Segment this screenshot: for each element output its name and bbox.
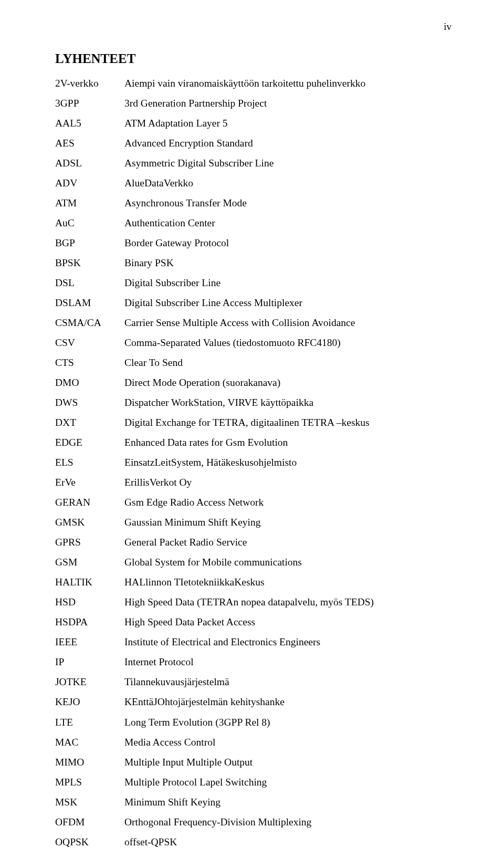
abbr-definition: Asymmetric Digital Subscriber Line (124, 153, 456, 173)
abbr-definition: Dispatcher WorkStation, VIRVE käyttöpaik… (124, 393, 456, 413)
abbr-definition: Digital Subscriber Line Access Multiplex… (124, 293, 456, 313)
abbr-definition: Long Term Evolution (3GPP Rel 8) (124, 712, 456, 732)
abbr-definition: Enhanced Data rates for Gsm Evolution (124, 433, 456, 453)
abbr-row: GPRSGeneral Packet Radio Service (55, 532, 456, 552)
abbr-row: MPLSMultiple Protocol Lapel Switching (55, 772, 456, 792)
abbr-row: JOTKETilannekuvausjärjestelmä (55, 672, 456, 692)
abbr-term: AAL5 (55, 113, 124, 133)
abbr-term: AuC (55, 213, 124, 233)
abbr-term: GPRS (55, 532, 124, 552)
abbr-row: BPSKBinary PSK (55, 253, 456, 273)
abbr-definition: Gsm Edge Radio Access Network (124, 492, 456, 512)
abbr-definition: HALlinnon TIetotekniikkaKeskus (124, 572, 456, 592)
abbr-definition: Tilannekuvausjärjestelmä (124, 672, 456, 692)
abbr-definition: Digital Exchange for TETRA, digitaalinen… (124, 413, 456, 433)
abbr-row: MACMedia Access Control (55, 732, 456, 752)
abbr-term: ADSL (55, 153, 124, 173)
abbr-term: HSD (55, 592, 124, 612)
abbr-row: DSLDigital Subscriber Line (55, 273, 456, 293)
abbr-term: MPLS (55, 772, 124, 792)
document-page: iv LYHENTEET 2V-verkkoAiempi vain virano… (0, 0, 504, 849)
abbr-row: CSMA/CACarrier Sense Multiple Access wit… (55, 313, 456, 333)
abbr-row: BGPBorder Gateway Protocol (55, 233, 456, 253)
abbr-term: IP (55, 652, 124, 672)
abbr-term: GERAN (55, 492, 124, 512)
abbr-term: GSM (55, 552, 124, 572)
abbr-row: AuCAuthentication Center (55, 213, 456, 233)
abbr-definition: Direct Mode Operation (suorakanava) (124, 373, 456, 393)
abbr-term: DSLAM (55, 293, 124, 313)
abbr-definition: Digital Subscriber Line (124, 273, 456, 293)
abbr-term: BGP (55, 233, 124, 253)
abbr-row: ADSLAsymmetric Digital Subscriber Line (55, 153, 456, 173)
abbr-definition: ErillisVerkot Oy (124, 473, 456, 492)
abbr-term: IEEE (55, 632, 124, 652)
abbr-row: LTELong Term Evolution (3GPP Rel 8) (55, 712, 456, 732)
abbr-definition: Comma-Separated Values (tiedostomuoto RF… (124, 333, 456, 353)
abbr-row: CSVComma-Separated Values (tiedostomuoto… (55, 333, 456, 353)
page-title: LYHENTEET (55, 51, 456, 66)
abbr-term: MIMO (55, 752, 124, 772)
abbr-definition: Authentication Center (124, 213, 456, 233)
abbr-definition: Binary PSK (124, 253, 456, 273)
abbr-row: 3GPP3rd Generation Partnership Project (55, 93, 456, 113)
abbr-term: CTS (55, 353, 124, 373)
abbr-definition: Global System for Mobile communications (124, 552, 456, 572)
abbr-definition: Orthogonal Frequency-Division Multiplexi… (124, 812, 456, 832)
abbr-definition: AlueDataVerkko (124, 173, 456, 193)
abbr-term: AES (55, 133, 124, 153)
abbr-term: 3GPP (55, 93, 124, 113)
abbr-term: DMO (55, 373, 124, 393)
abbr-term: OQPSK (55, 832, 124, 849)
abbr-row: EDGEEnhanced Data rates for Gsm Evolutio… (55, 433, 456, 453)
abbr-definition: High Speed Data (TETRAn nopea datapalvel… (124, 592, 456, 612)
abbr-row: HSDHigh Speed Data (TETRAn nopea datapal… (55, 592, 456, 612)
abbr-row: CTSClear To Send (55, 353, 456, 373)
abbr-definition: Minimum Shift Keying (124, 792, 456, 812)
abbr-definition: Carrier Sense Multiple Access with Colli… (124, 313, 456, 333)
abbr-term: ELS (55, 453, 124, 473)
abbr-row: IEEEInstitute of Electrical and Electron… (55, 632, 456, 652)
abbr-term: DXT (55, 413, 124, 433)
abbr-row: MIMOMultiple Input Multiple Output (55, 752, 456, 772)
abbr-row: AAL5ATM Adaptation Layer 5 (55, 113, 456, 133)
abbr-term: ErVe (55, 473, 124, 492)
abbr-definition: Media Access Control (124, 732, 456, 752)
abbr-definition: Multiple Input Multiple Output (124, 752, 456, 772)
abbr-row: DMODirect Mode Operation (suorakanava) (55, 373, 456, 393)
abbr-term: DWS (55, 393, 124, 413)
abbr-term: GMSK (55, 512, 124, 532)
abbr-row: OQPSKoffset-QPSK (55, 832, 456, 849)
abbr-definition: High Speed Data Packet Access (124, 612, 456, 632)
page-number: iv (55, 21, 456, 33)
abbr-row: MSKMinimum Shift Keying (55, 792, 456, 812)
abbr-row: OFDMOrthogonal Frequency-Division Multip… (55, 812, 456, 832)
abbr-term: CSMA/CA (55, 313, 124, 333)
abbr-definition: EinsatzLeitSystem, Hätäkeskusohjelmisto (124, 453, 456, 473)
abbr-definition: Advanced Encryption Standard (124, 133, 456, 153)
abbr-row: HSDPAHigh Speed Data Packet Access (55, 612, 456, 632)
abbr-term: HALTIK (55, 572, 124, 592)
abbr-term: CSV (55, 333, 124, 353)
abbr-term: LTE (55, 712, 124, 732)
abbr-term: ADV (55, 173, 124, 193)
abbr-term: HSDPA (55, 612, 124, 632)
abbr-row: IPInternet Protocol (55, 652, 456, 672)
abbr-row: GERANGsm Edge Radio Access Network (55, 492, 456, 512)
abbr-term: 2V-verkko (55, 74, 124, 93)
abbr-definition: Border Gateway Protocol (124, 233, 456, 253)
abbr-definition: Internet Protocol (124, 652, 456, 672)
abbr-definition: Institute of Electrical and Electronics … (124, 632, 456, 652)
abbr-term: BPSK (55, 253, 124, 273)
abbr-definition: Aiempi vain viranomaiskäyttöön tarkoitet… (124, 74, 456, 93)
abbr-row: DSLAMDigital Subscriber Line Access Mult… (55, 293, 456, 313)
abbr-term: KEJO (55, 692, 124, 712)
abbr-term: JOTKE (55, 672, 124, 692)
abbr-definition: Gaussian Minimum Shift Keying (124, 512, 456, 532)
abbr-definition: Clear To Send (124, 353, 456, 373)
abbr-row: AESAdvanced Encryption Standard (55, 133, 456, 153)
abbr-term: ATM (55, 193, 124, 213)
abbr-term: MAC (55, 732, 124, 752)
abbr-row: GSMGlobal System for Mobile communicatio… (55, 552, 456, 572)
abbr-term: MSK (55, 792, 124, 812)
